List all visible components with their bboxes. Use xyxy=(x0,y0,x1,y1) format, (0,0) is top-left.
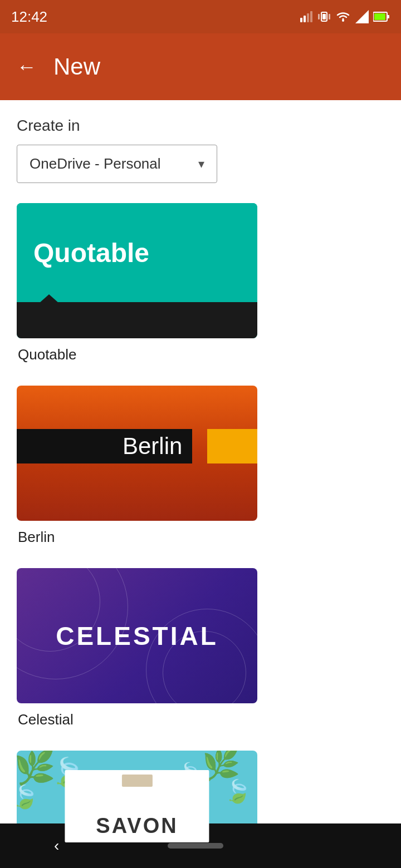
berlin-stripe: Berlin xyxy=(17,429,192,463)
quotable-bottom xyxy=(17,302,257,338)
status-time: 12:42 xyxy=(11,8,47,26)
create-in-label: Create in xyxy=(17,117,384,135)
celestial-template-text: CELESTIAL xyxy=(56,621,218,651)
quotable-notch xyxy=(39,294,59,303)
network-icon xyxy=(355,10,369,23)
template-list: Quotable Quotable Berlin Berlin xyxy=(17,203,384,868)
nav-back-button[interactable]: ‹ xyxy=(54,837,59,855)
quotable-card: Quotable xyxy=(17,203,257,338)
svg-rect-12 xyxy=(374,13,385,20)
quotable-template-text: Quotable xyxy=(33,238,149,268)
berlin-template-text: Berlin xyxy=(113,433,192,460)
status-bar: 12:42 xyxy=(0,0,401,33)
app-bar: ← New xyxy=(0,33,401,100)
svg-rect-6 xyxy=(318,14,320,19)
svg-point-8 xyxy=(342,19,344,22)
savon-template-text: SAVON xyxy=(96,814,178,838)
dropdown-value: OneDrive - Personal xyxy=(30,155,161,172)
template-label-celestial: Celestial xyxy=(17,711,384,728)
template-item-berlin[interactable]: Berlin Berlin xyxy=(17,386,384,546)
svg-rect-11 xyxy=(387,15,389,18)
page-title: New xyxy=(53,53,100,80)
nav-home-pill[interactable] xyxy=(168,843,223,849)
berlin-card: Berlin xyxy=(17,386,257,521)
svg-rect-0 xyxy=(300,18,302,22)
template-label-berlin: Berlin xyxy=(17,529,384,546)
template-item-celestial[interactable]: CELESTIAL Celestial xyxy=(17,568,384,728)
status-icons xyxy=(300,10,390,23)
quotable-top: Quotable xyxy=(17,203,257,302)
svg-rect-2 xyxy=(307,13,309,22)
vibrate-icon xyxy=(317,10,331,23)
content-area: Create in OneDrive - Personal ▾ Quotable… xyxy=(0,100,401,868)
wifi-icon xyxy=(335,10,351,23)
svg-rect-5 xyxy=(322,14,326,19)
template-item-quotable[interactable]: Quotable Quotable xyxy=(17,203,384,363)
battery-icon xyxy=(373,10,390,23)
template-label-quotable: Quotable xyxy=(17,346,384,363)
svg-rect-1 xyxy=(304,16,306,22)
dropdown-container: OneDrive - Personal ▾ xyxy=(17,145,384,183)
location-dropdown[interactable]: OneDrive - Personal ▾ xyxy=(17,145,217,183)
celestial-card: CELESTIAL xyxy=(17,568,257,703)
svg-rect-3 xyxy=(310,11,312,22)
berlin-orange-block xyxy=(207,429,257,463)
svg-marker-9 xyxy=(355,10,369,23)
savon-ribbon xyxy=(122,775,153,787)
signal-icon xyxy=(300,10,313,23)
chevron-down-icon: ▾ xyxy=(198,157,204,171)
svg-rect-7 xyxy=(329,14,330,19)
savon-inner-card: SAVON xyxy=(65,770,209,842)
back-button[interactable]: ← xyxy=(17,57,37,77)
